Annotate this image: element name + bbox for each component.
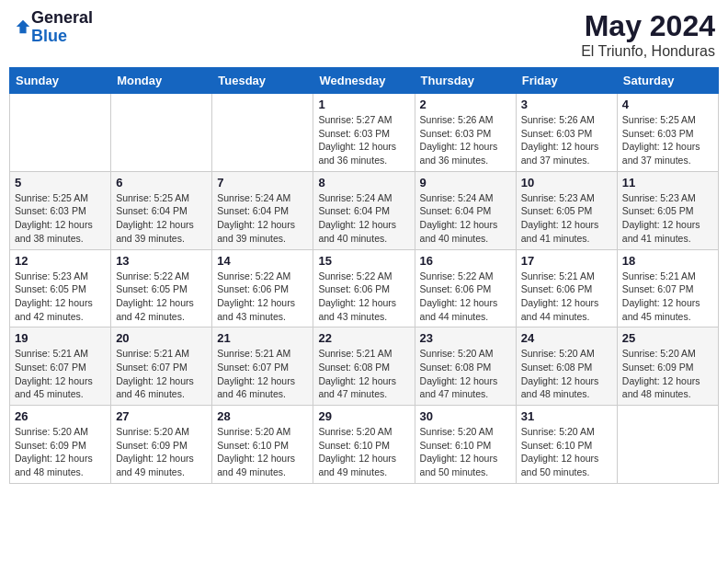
day-number: 17 bbox=[521, 254, 612, 268]
day-info: Sunrise: 5:20 AM Sunset: 6:09 PM Dayligh… bbox=[622, 347, 713, 401]
day-number: 6 bbox=[116, 176, 207, 190]
day-number: 19 bbox=[15, 331, 106, 345]
title-section: May 2024 El Triunfo, Honduras bbox=[581, 9, 715, 60]
day-info: Sunrise: 5:20 AM Sunset: 6:09 PM Dayligh… bbox=[116, 425, 207, 479]
calendar-cell: 1Sunrise: 5:27 AM Sunset: 6:03 PM Daylig… bbox=[313, 94, 415, 172]
day-info: Sunrise: 5:23 AM Sunset: 6:05 PM Dayligh… bbox=[622, 191, 713, 246]
calendar-cell: 16Sunrise: 5:22 AM Sunset: 6:06 PM Dayli… bbox=[415, 249, 516, 327]
day-number: 12 bbox=[15, 254, 106, 268]
day-number: 30 bbox=[420, 409, 511, 423]
weekday-header: Sunday bbox=[10, 68, 111, 94]
calendar-cell: 24Sunrise: 5:20 AM Sunset: 6:08 PM Dayli… bbox=[516, 327, 617, 406]
calendar-cell: 2Sunrise: 5:26 AM Sunset: 6:03 PM Daylig… bbox=[415, 94, 516, 172]
calendar-cell: 29Sunrise: 5:20 AM Sunset: 6:10 PM Dayli… bbox=[313, 406, 415, 484]
day-info: Sunrise: 5:26 AM Sunset: 6:03 PM Dayligh… bbox=[420, 113, 511, 167]
calendar-cell: 15Sunrise: 5:22 AM Sunset: 6:06 PM Dayli… bbox=[313, 249, 415, 327]
day-number: 13 bbox=[116, 254, 207, 268]
day-info: Sunrise: 5:20 AM Sunset: 6:10 PM Dayligh… bbox=[318, 425, 409, 479]
logo-general: General bbox=[31, 9, 93, 28]
day-number: 4 bbox=[622, 98, 713, 111]
day-number: 9 bbox=[420, 176, 511, 190]
day-number: 27 bbox=[116, 409, 207, 423]
day-number: 10 bbox=[521, 176, 612, 190]
svg-marker-0 bbox=[17, 20, 29, 33]
calendar-week-row: 5Sunrise: 5:25 AM Sunset: 6:03 PM Daylig… bbox=[10, 171, 719, 249]
weekday-header: Monday bbox=[111, 68, 212, 94]
day-info: Sunrise: 5:22 AM Sunset: 6:06 PM Dayligh… bbox=[318, 270, 409, 324]
calendar-table: SundayMondayTuesdayWednesdayThursdayFrid… bbox=[9, 67, 719, 484]
calendar-week-row: 12Sunrise: 5:23 AM Sunset: 6:05 PM Dayli… bbox=[10, 249, 719, 327]
calendar-cell bbox=[10, 94, 111, 172]
day-number: 28 bbox=[217, 409, 308, 423]
day-info: Sunrise: 5:23 AM Sunset: 6:05 PM Dayligh… bbox=[521, 191, 612, 246]
day-number: 15 bbox=[318, 254, 409, 268]
logo: General Blue bbox=[13, 9, 93, 46]
day-number: 1 bbox=[318, 98, 409, 111]
day-info: Sunrise: 5:22 AM Sunset: 6:06 PM Dayligh… bbox=[420, 270, 511, 324]
day-info: Sunrise: 5:20 AM Sunset: 6:09 PM Dayligh… bbox=[15, 425, 106, 479]
day-info: Sunrise: 5:22 AM Sunset: 6:06 PM Dayligh… bbox=[217, 270, 308, 324]
calendar-cell: 25Sunrise: 5:20 AM Sunset: 6:09 PM Dayli… bbox=[617, 327, 718, 406]
calendar-cell: 28Sunrise: 5:20 AM Sunset: 6:10 PM Dayli… bbox=[212, 406, 313, 484]
calendar-cell: 14Sunrise: 5:22 AM Sunset: 6:06 PM Dayli… bbox=[212, 249, 313, 327]
day-number: 3 bbox=[521, 98, 612, 111]
page-header: General Blue May 2024 El Triunfo, Hondur… bbox=[9, 9, 719, 60]
day-info: Sunrise: 5:20 AM Sunset: 6:08 PM Dayligh… bbox=[420, 347, 511, 401]
calendar-cell: 13Sunrise: 5:22 AM Sunset: 6:05 PM Dayli… bbox=[111, 249, 212, 327]
calendar-week-row: 19Sunrise: 5:21 AM Sunset: 6:07 PM Dayli… bbox=[10, 327, 719, 406]
calendar-cell: 26Sunrise: 5:20 AM Sunset: 6:09 PM Dayli… bbox=[10, 406, 111, 484]
calendar-cell: 11Sunrise: 5:23 AM Sunset: 6:05 PM Dayli… bbox=[617, 171, 718, 249]
day-info: Sunrise: 5:21 AM Sunset: 6:06 PM Dayligh… bbox=[521, 270, 612, 324]
calendar-cell: 8Sunrise: 5:24 AM Sunset: 6:04 PM Daylig… bbox=[313, 171, 415, 249]
calendar-cell: 5Sunrise: 5:25 AM Sunset: 6:03 PM Daylig… bbox=[10, 171, 111, 249]
calendar-cell: 7Sunrise: 5:24 AM Sunset: 6:04 PM Daylig… bbox=[212, 171, 313, 249]
weekday-header: Tuesday bbox=[212, 68, 313, 94]
calendar-week-row: 1Sunrise: 5:27 AM Sunset: 6:03 PM Daylig… bbox=[10, 94, 719, 172]
day-info: Sunrise: 5:21 AM Sunset: 6:07 PM Dayligh… bbox=[15, 347, 106, 401]
day-number: 5 bbox=[15, 176, 106, 190]
calendar-header-row: SundayMondayTuesdayWednesdayThursdayFrid… bbox=[10, 68, 719, 94]
day-info: Sunrise: 5:21 AM Sunset: 6:07 PM Dayligh… bbox=[622, 270, 713, 324]
day-info: Sunrise: 5:21 AM Sunset: 6:07 PM Dayligh… bbox=[217, 347, 308, 401]
day-number: 22 bbox=[318, 331, 409, 345]
day-number: 29 bbox=[318, 409, 409, 423]
calendar-cell: 10Sunrise: 5:23 AM Sunset: 6:05 PM Dayli… bbox=[516, 171, 617, 249]
day-info: Sunrise: 5:23 AM Sunset: 6:05 PM Dayligh… bbox=[15, 270, 106, 324]
calendar-cell: 9Sunrise: 5:24 AM Sunset: 6:04 PM Daylig… bbox=[415, 171, 516, 249]
weekday-header: Thursday bbox=[415, 68, 516, 94]
calendar-cell: 22Sunrise: 5:21 AM Sunset: 6:08 PM Dayli… bbox=[313, 327, 415, 406]
calendar-cell: 27Sunrise: 5:20 AM Sunset: 6:09 PM Dayli… bbox=[111, 406, 212, 484]
day-number: 24 bbox=[521, 331, 612, 345]
calendar-cell: 3Sunrise: 5:26 AM Sunset: 6:03 PM Daylig… bbox=[516, 94, 617, 172]
day-info: Sunrise: 5:20 AM Sunset: 6:10 PM Dayligh… bbox=[420, 425, 511, 479]
weekday-header: Friday bbox=[516, 68, 617, 94]
day-number: 20 bbox=[116, 331, 207, 345]
day-number: 16 bbox=[420, 254, 511, 268]
logo-blue: Blue bbox=[31, 28, 93, 46]
calendar-cell: 17Sunrise: 5:21 AM Sunset: 6:06 PM Dayli… bbox=[516, 249, 617, 327]
month-year-title: May 2024 bbox=[581, 9, 715, 43]
day-info: Sunrise: 5:26 AM Sunset: 6:03 PM Dayligh… bbox=[521, 113, 612, 167]
logo-icon bbox=[15, 18, 31, 35]
day-info: Sunrise: 5:27 AM Sunset: 6:03 PM Dayligh… bbox=[318, 113, 409, 167]
weekday-header: Saturday bbox=[617, 68, 718, 94]
calendar-cell: 23Sunrise: 5:20 AM Sunset: 6:08 PM Dayli… bbox=[415, 327, 516, 406]
day-info: Sunrise: 5:20 AM Sunset: 6:08 PM Dayligh… bbox=[521, 347, 612, 401]
day-number: 25 bbox=[622, 331, 713, 345]
calendar-cell: 19Sunrise: 5:21 AM Sunset: 6:07 PM Dayli… bbox=[10, 327, 111, 406]
day-number: 18 bbox=[622, 254, 713, 268]
day-info: Sunrise: 5:21 AM Sunset: 6:07 PM Dayligh… bbox=[116, 347, 207, 401]
calendar-cell bbox=[617, 406, 718, 484]
calendar-cell: 20Sunrise: 5:21 AM Sunset: 6:07 PM Dayli… bbox=[111, 327, 212, 406]
logo-text: General Blue bbox=[31, 9, 93, 46]
day-number: 7 bbox=[217, 176, 308, 190]
day-info: Sunrise: 5:25 AM Sunset: 6:03 PM Dayligh… bbox=[15, 191, 106, 246]
day-number: 2 bbox=[420, 98, 511, 111]
day-number: 14 bbox=[217, 254, 308, 268]
location-label: El Triunfo, Honduras bbox=[581, 43, 715, 60]
day-number: 31 bbox=[521, 409, 612, 423]
day-info: Sunrise: 5:22 AM Sunset: 6:05 PM Dayligh… bbox=[116, 270, 207, 324]
day-info: Sunrise: 5:24 AM Sunset: 6:04 PM Dayligh… bbox=[318, 191, 409, 246]
day-number: 26 bbox=[15, 409, 106, 423]
day-number: 11 bbox=[622, 176, 713, 190]
